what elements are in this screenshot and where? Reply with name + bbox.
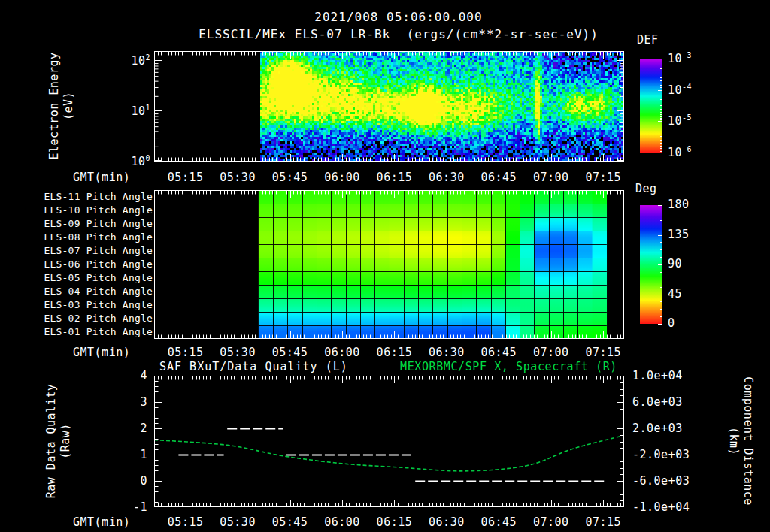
def-cbar-minor-tickmark [660, 116, 662, 117]
deg-cbar-tick-135: 135 [668, 228, 713, 241]
x-tick-label-0645-row0: 06:45 [478, 171, 519, 184]
bottom-right-series-title: MEXORBMC/SPF X, Spacecraft (R) [400, 360, 617, 373]
quality-ytick-2: 2 [113, 422, 147, 435]
distance-ytick-0: 1.0e+04 [632, 369, 700, 382]
spec-ytick-1e1: 101 [113, 104, 150, 118]
def-cbar-minor-tickmark [660, 74, 662, 74]
distance-ytick-1: 6.0e+03 [632, 395, 700, 409]
deg-cbar-tickmark [658, 295, 662, 295]
def-cbar-minor-tickmark [660, 83, 662, 83]
spectrogram-y-axis-label: Electron Energy (eV) [47, 23, 76, 189]
gmt-label-bottom: GMT(min) [73, 515, 130, 529]
def-cbar-minor-tickmark [660, 119, 662, 120]
x-tick-label-0515-row1: 05:15 [165, 346, 206, 359]
def-cbar-minor-tickmark [660, 105, 662, 106]
def-cbar-minor-tickmark [660, 150, 662, 150]
def-cbar-minor-tickmark [660, 140, 662, 141]
x-tick-label-0715-row1: 07:15 [583, 346, 623, 359]
x-tick-label-0715-row0: 07:15 [583, 171, 623, 184]
def-cbar-minor-tickmark [660, 118, 662, 119]
deg-cbar-tick-0: 0 [668, 316, 713, 330]
row-label-els-09: ELS-09 Pitch Angle [30, 218, 153, 229]
spec-ytick-1e0: 100 [113, 154, 150, 168]
row-label-els-03: ELS-03 Pitch Angle [30, 299, 153, 310]
deg-cbar-minor-tickmark [660, 309, 662, 310]
def-cbar-minor-tickmark [660, 80, 662, 81]
deg-cbar-minor-tickmark [660, 228, 662, 228]
x-tick-label-0515-row0: 05:15 [165, 171, 206, 184]
def-cbar-minor-tickmark [660, 151, 662, 152]
x-tick-label-0615-row2: 06:15 [374, 515, 414, 529]
quality-ytick-3: 3 [113, 395, 147, 409]
x-tick-label-0630-row0: 06:30 [426, 171, 467, 184]
quality-ytick--1: -1 [113, 500, 147, 514]
def-cbar-tick-1e-4: 10-4 [668, 83, 713, 97]
deg-cbar-tickmark [658, 264, 662, 265]
quality-y-axis-label: Raw Data Quality (Raw) [44, 357, 73, 525]
x-tick-label-0600-row0: 06:00 [322, 171, 362, 184]
deg-colorbar-title: Deg [635, 182, 657, 195]
x-tick-label-0515-row2: 05:15 [165, 515, 206, 529]
pitch-angle-panel-canvas [154, 190, 624, 339]
x-tick-label-0545-row2: 05:45 [270, 515, 311, 529]
def-cbar-tick-1e-3: 10-3 [668, 51, 713, 65]
x-tick-label-0530-row2: 05:30 [217, 515, 258, 529]
def-cbar-minor-tickmark [660, 114, 662, 115]
def-cbar-minor-tickmark [660, 148, 662, 149]
x-tick-label-0600-row1: 06:00 [322, 346, 362, 359]
x-tick-label-0645-row1: 06:45 [478, 346, 519, 359]
def-cbar-minor-tickmark [660, 112, 662, 113]
def-cbar-tick-1e-6: 10-6 [668, 145, 713, 159]
deg-cbar-minor-tickmark [660, 280, 662, 280]
row-label-els-08: ELS-08 Pitch Angle [30, 231, 153, 243]
quality-ytick-1: 1 [113, 448, 147, 461]
row-label-els-04: ELS-04 Pitch Angle [30, 286, 153, 297]
deg-cbar-minor-tickmark [660, 220, 662, 221]
x-tick-label-0615-row0: 06:15 [374, 171, 414, 184]
x-tick-label-0630-row1: 06:30 [426, 346, 467, 359]
deg-cbar-minor-tickmark [660, 213, 662, 213]
deg-cbar-minor-tickmark [660, 272, 662, 273]
row-label-els-01: ELS-01 Pitch Angle [30, 326, 153, 337]
def-colorbar [640, 59, 662, 153]
deg-cbar-minor-tickmark [660, 257, 662, 258]
def-cbar-tickmark [658, 153, 662, 153]
row-label-els-11: ELS-11 Pitch Angle [30, 191, 153, 202]
deg-cbar-tickmark [658, 235, 662, 236]
def-cbar-minor-tickmark [660, 146, 662, 147]
deg-cbar-minor-tickmark [660, 301, 662, 302]
def-cbar-minor-tickmark [660, 89, 662, 89]
x-tick-label-0600-row2: 06:00 [322, 515, 362, 529]
electron-energy-spectrogram-canvas [154, 51, 624, 162]
def-cbar-tick-1e-5: 10-5 [668, 113, 713, 128]
def-cbar-minor-tickmark [660, 136, 662, 137]
gmt-label-top: GMT(min) [73, 171, 130, 184]
def-cbar-minor-tickmark [660, 77, 662, 78]
distance-ytick-2: 2.0e+03 [632, 422, 700, 435]
distance-y-axis-label: Component Distance (km) [726, 357, 755, 525]
x-tick-label-0545-row1: 05:45 [270, 346, 311, 359]
def-cbar-tickmark [658, 59, 662, 59]
quality-ytick-0: 0 [113, 474, 147, 488]
plot-subtitle: ELSSCIL/MEx ELS-07 LR-Bk (ergs/(cm**2-sr… [154, 27, 643, 41]
distance-ytick-5: -1.0e+04 [632, 500, 700, 514]
x-tick-label-0545-row0: 05:45 [270, 171, 311, 184]
def-cbar-minor-tickmark [660, 109, 662, 110]
quality-distance-panel-canvas [154, 376, 624, 507]
deg-cbar-tickmark [658, 324, 662, 325]
bottom-left-series-title: SAF_BXuT/Data Quality (L) [159, 360, 348, 373]
x-tick-label-0700-row0: 07:00 [531, 171, 571, 184]
deg-cbar-tickmark [658, 205, 662, 206]
deg-cbar-minor-tickmark [660, 287, 662, 288]
def-cbar-tickmark [658, 121, 662, 122]
deg-cbar-tick-45: 45 [668, 287, 713, 301]
x-tick-label-0645-row2: 06:45 [478, 515, 519, 529]
plot-root: 2021/008 05:06:00.000 ELSSCIL/MEx ELS-07… [0, 0, 770, 532]
row-label-els-07: ELS-07 Pitch Angle [30, 245, 153, 256]
def-cbar-tickmark [658, 90, 662, 91]
x-tick-label-0530-row1: 05:30 [217, 346, 258, 359]
page-title: 2021/008 05:06:00.000 [154, 10, 643, 24]
x-tick-label-0700-row2: 07:00 [531, 515, 571, 529]
quality-ytick-4: 4 [113, 369, 147, 382]
distance-ytick-4: -6.0e+03 [632, 474, 700, 488]
